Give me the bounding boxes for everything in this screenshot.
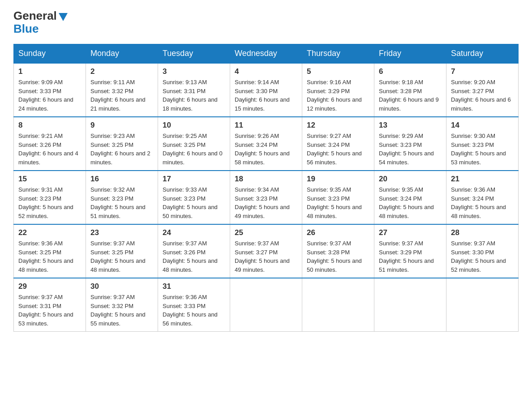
calendar-cell: 4 Sunrise: 9:14 AM Sunset: 3:30 PM Dayli… [230, 63, 302, 117]
day-number: 25 [235, 228, 297, 237]
weekday-header-wednesday: Wednesday [230, 44, 302, 64]
calendar-cell [302, 278, 374, 332]
day-info: Sunrise: 9:18 AM Sunset: 3:28 PM Dayligh… [379, 78, 442, 113]
day-info: Sunrise: 9:14 AM Sunset: 3:30 PM Dayligh… [235, 78, 297, 113]
weekday-header-friday: Friday [374, 44, 446, 64]
day-number: 24 [163, 228, 225, 237]
calendar-cell: 3 Sunrise: 9:13 AM Sunset: 3:31 PM Dayli… [158, 63, 230, 117]
day-number: 14 [451, 121, 514, 130]
calendar-cell: 25 Sunrise: 9:37 AM Sunset: 3:27 PM Dayl… [230, 224, 302, 278]
day-number: 10 [163, 121, 225, 130]
calendar-cell: 23 Sunrise: 9:37 AM Sunset: 3:25 PM Dayl… [86, 224, 158, 278]
logo-arrow-icon [59, 13, 68, 21]
day-number: 21 [451, 175, 514, 184]
day-number: 12 [307, 121, 369, 130]
calendar-cell: 12 Sunrise: 9:27 AM Sunset: 3:24 PM Dayl… [302, 117, 374, 171]
day-number: 3 [163, 67, 225, 76]
day-number: 4 [235, 67, 297, 76]
day-info: Sunrise: 9:36 AM Sunset: 3:25 PM Dayligh… [18, 239, 81, 274]
weekday-header-saturday: Saturday [446, 44, 519, 64]
day-number: 23 [90, 228, 153, 237]
day-info: Sunrise: 9:37 AM Sunset: 3:25 PM Dayligh… [90, 239, 153, 274]
day-info: Sunrise: 9:37 AM Sunset: 3:28 PM Dayligh… [307, 239, 369, 274]
day-info: Sunrise: 9:23 AM Sunset: 3:25 PM Dayligh… [90, 132, 153, 167]
day-number: 18 [235, 175, 297, 184]
weekday-header-monday: Monday [86, 44, 158, 64]
calendar-cell [374, 278, 446, 332]
calendar-cell: 10 Sunrise: 9:25 AM Sunset: 3:25 PM Dayl… [158, 117, 230, 171]
day-number: 5 [307, 67, 369, 76]
day-info: Sunrise: 9:31 AM Sunset: 3:23 PM Dayligh… [18, 185, 81, 220]
calendar-cell: 19 Sunrise: 9:35 AM Sunset: 3:23 PM Dayl… [302, 171, 374, 224]
calendar-week-row-2: 8 Sunrise: 9:21 AM Sunset: 3:26 PM Dayli… [14, 117, 519, 171]
day-info: Sunrise: 9:27 AM Sunset: 3:24 PM Dayligh… [307, 132, 369, 167]
calendar-table: SundayMondayTuesdayWednesdayThursdayFrid… [13, 44, 519, 332]
day-info: Sunrise: 9:09 AM Sunset: 3:33 PM Dayligh… [18, 78, 81, 113]
weekday-header-row: SundayMondayTuesdayWednesdayThursdayFrid… [14, 44, 519, 64]
day-info: Sunrise: 9:13 AM Sunset: 3:31 PM Dayligh… [163, 78, 225, 113]
day-number: 27 [379, 228, 442, 237]
page-header: General Blue [13, 9, 519, 36]
day-info: Sunrise: 9:32 AM Sunset: 3:23 PM Dayligh… [90, 185, 153, 220]
calendar-cell: 17 Sunrise: 9:33 AM Sunset: 3:23 PM Dayl… [158, 171, 230, 224]
day-info: Sunrise: 9:35 AM Sunset: 3:23 PM Dayligh… [307, 185, 369, 220]
day-info: Sunrise: 9:37 AM Sunset: 3:30 PM Dayligh… [451, 239, 514, 274]
day-number: 2 [90, 67, 153, 76]
calendar-cell: 11 Sunrise: 9:26 AM Sunset: 3:24 PM Dayl… [230, 117, 302, 171]
day-info: Sunrise: 9:11 AM Sunset: 3:32 PM Dayligh… [90, 78, 153, 113]
day-info: Sunrise: 9:37 AM Sunset: 3:26 PM Dayligh… [163, 239, 225, 274]
logo-general-text: General [13, 9, 57, 23]
calendar-cell: 9 Sunrise: 9:23 AM Sunset: 3:25 PM Dayli… [86, 117, 158, 171]
calendar-cell: 8 Sunrise: 9:21 AM Sunset: 3:26 PM Dayli… [14, 117, 86, 171]
calendar-cell: 24 Sunrise: 9:37 AM Sunset: 3:26 PM Dayl… [158, 224, 230, 278]
calendar-cell: 18 Sunrise: 9:34 AM Sunset: 3:23 PM Dayl… [230, 171, 302, 224]
calendar-week-row-1: 1 Sunrise: 9:09 AM Sunset: 3:33 PM Dayli… [14, 63, 519, 117]
calendar-cell: 1 Sunrise: 9:09 AM Sunset: 3:33 PM Dayli… [14, 63, 86, 117]
logo-blue-text: Blue [13, 22, 39, 36]
calendar-cell: 21 Sunrise: 9:36 AM Sunset: 3:24 PM Dayl… [446, 171, 519, 224]
calendar-cell: 28 Sunrise: 9:37 AM Sunset: 3:30 PM Dayl… [446, 224, 519, 278]
day-number: 15 [18, 175, 81, 184]
day-info: Sunrise: 9:26 AM Sunset: 3:24 PM Dayligh… [235, 132, 297, 167]
calendar-cell: 20 Sunrise: 9:35 AM Sunset: 3:24 PM Dayl… [374, 171, 446, 224]
weekday-header-tuesday: Tuesday [158, 44, 230, 64]
calendar-cell: 5 Sunrise: 9:16 AM Sunset: 3:29 PM Dayli… [302, 63, 374, 117]
weekday-header-sunday: Sunday [14, 44, 86, 64]
calendar-cell: 7 Sunrise: 9:20 AM Sunset: 3:27 PM Dayli… [446, 63, 519, 117]
day-number: 11 [235, 121, 297, 130]
calendar-week-row-5: 29 Sunrise: 9:37 AM Sunset: 3:31 PM Dayl… [14, 278, 519, 332]
calendar-cell: 31 Sunrise: 9:36 AM Sunset: 3:33 PM Dayl… [158, 278, 230, 332]
calendar-cell [446, 278, 519, 332]
day-info: Sunrise: 9:29 AM Sunset: 3:23 PM Dayligh… [379, 132, 442, 167]
calendar-week-row-3: 15 Sunrise: 9:31 AM Sunset: 3:23 PM Dayl… [14, 171, 519, 224]
day-number: 16 [90, 175, 153, 184]
day-number: 9 [90, 121, 153, 130]
calendar-cell: 30 Sunrise: 9:37 AM Sunset: 3:32 PM Dayl… [86, 278, 158, 332]
day-info: Sunrise: 9:21 AM Sunset: 3:26 PM Dayligh… [18, 132, 81, 167]
day-number: 29 [18, 282, 81, 291]
day-number: 1 [18, 67, 81, 76]
calendar-cell: 2 Sunrise: 9:11 AM Sunset: 3:32 PM Dayli… [86, 63, 158, 117]
logo: General Blue [13, 9, 68, 36]
day-number: 30 [90, 282, 153, 291]
day-number: 22 [18, 228, 81, 237]
calendar-cell [230, 278, 302, 332]
day-info: Sunrise: 9:34 AM Sunset: 3:23 PM Dayligh… [235, 185, 297, 220]
day-info: Sunrise: 9:25 AM Sunset: 3:25 PM Dayligh… [163, 132, 225, 167]
day-number: 17 [163, 175, 225, 184]
calendar-cell: 22 Sunrise: 9:36 AM Sunset: 3:25 PM Dayl… [14, 224, 86, 278]
calendar-cell: 16 Sunrise: 9:32 AM Sunset: 3:23 PM Dayl… [86, 171, 158, 224]
calendar-cell: 27 Sunrise: 9:37 AM Sunset: 3:29 PM Dayl… [374, 224, 446, 278]
calendar-cell: 14 Sunrise: 9:30 AM Sunset: 3:23 PM Dayl… [446, 117, 519, 171]
day-number: 20 [379, 175, 442, 184]
day-info: Sunrise: 9:37 AM Sunset: 3:32 PM Dayligh… [90, 293, 153, 328]
day-number: 28 [451, 228, 514, 237]
calendar-cell: 26 Sunrise: 9:37 AM Sunset: 3:28 PM Dayl… [302, 224, 374, 278]
calendar-cell: 13 Sunrise: 9:29 AM Sunset: 3:23 PM Dayl… [374, 117, 446, 171]
day-info: Sunrise: 9:37 AM Sunset: 3:31 PM Dayligh… [18, 293, 81, 328]
day-info: Sunrise: 9:37 AM Sunset: 3:27 PM Dayligh… [235, 239, 297, 274]
calendar-cell: 6 Sunrise: 9:18 AM Sunset: 3:28 PM Dayli… [374, 63, 446, 117]
day-info: Sunrise: 9:33 AM Sunset: 3:23 PM Dayligh… [163, 185, 225, 220]
day-info: Sunrise: 9:36 AM Sunset: 3:33 PM Dayligh… [163, 293, 225, 328]
day-number: 7 [451, 67, 514, 76]
